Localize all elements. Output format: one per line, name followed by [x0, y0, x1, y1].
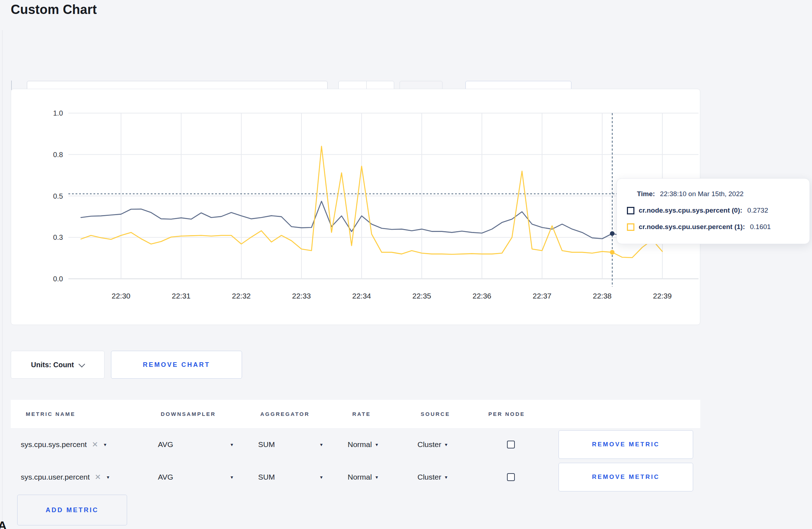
downsampler-select[interactable]: AVG ▾ [158, 473, 233, 481]
clear-metric-icon[interactable]: ✕ [92, 440, 98, 449]
source-select[interactable]: Cluster ▾ [417, 473, 448, 481]
downsampler-value: AVG [158, 440, 173, 449]
x-axis-tick-label: 22:33 [292, 292, 311, 300]
y-axis-tick-label: 0.0 [53, 275, 63, 283]
x-axis-tick-label: 22:32 [232, 292, 251, 300]
y-axis-tick-label: 0.5 [53, 192, 63, 200]
metric-name-value: sys.cpu.user.percent [21, 473, 90, 481]
column-header-source: SOURCE [421, 411, 488, 417]
y-axis-tick-label: 1.0 [53, 109, 63, 117]
x-axis-tick-label: 22:36 [473, 292, 492, 300]
column-header-downsampler: DOWNSAMPLER [161, 411, 260, 417]
chart-card: 1.00.80.50.30.022:3022:3122:3222:3322:34… [11, 89, 700, 325]
aggregator-select[interactable]: SUM ▾ [258, 440, 323, 449]
caret-down-icon: ▾ [445, 442, 448, 447]
tooltip-series-value: 0.1601 [750, 223, 771, 231]
y-axis-tick-label: 0.8 [53, 151, 63, 159]
sidebar-edge-divider [2, 30, 3, 529]
rate-select[interactable]: Normal ▾ [348, 473, 378, 481]
page-title: Custom Chart [11, 2, 97, 17]
metric-name-select[interactable]: sys.cpu.user.percent ✕ ▾ [21, 473, 158, 481]
crosshair-dot-1 [610, 250, 615, 254]
rate-value: Normal [348, 440, 372, 449]
series-line-1 [81, 146, 662, 258]
metric-row: sys.cpu.sys.percent ✕ ▾ AVG ▾ SUM ▾ Norm… [11, 428, 700, 461]
x-axis-tick-label: 22:31 [172, 292, 191, 300]
tooltip-time-value: 22:38:10 on Mar 15th, 2022 [660, 190, 743, 198]
tooltip-series-row: cr.node.sys.cpu.user.percent (1): 0.1601 [627, 219, 809, 235]
units-label: Units: Count [31, 361, 74, 369]
source-value: Cluster [417, 440, 441, 449]
clear-metric-icon[interactable]: ✕ [95, 473, 101, 481]
tooltip-series-label: cr.node.sys.cpu.user.percent (1): [639, 223, 745, 231]
caret-down-icon: ▾ [376, 442, 378, 447]
rate-select[interactable]: Normal ▾ [348, 440, 378, 449]
crosshair-dot-0 [610, 231, 615, 236]
x-axis-tick-label: 22:39 [653, 292, 672, 300]
downsampler-select[interactable]: AVG ▾ [158, 440, 233, 449]
downsampler-value: AVG [158, 473, 173, 481]
tooltip-series-label: cr.node.sys.cpu.sys.percent (0): [639, 207, 742, 214]
column-header-aggregator: AGGREGATOR [260, 411, 352, 417]
metric-row: sys.cpu.user.percent ✕ ▾ AVG ▾ SUM ▾ Nor… [11, 461, 700, 493]
source-value: Cluster [417, 473, 441, 481]
caret-down-icon: ▾ [107, 474, 109, 480]
chart-tooltip: Time: 22:38:10 on Mar 15th, 2022 cr.node… [617, 178, 810, 244]
per-node-checkbox[interactable] [507, 473, 515, 481]
per-node-checkbox[interactable] [507, 441, 515, 448]
caret-down-icon: ▾ [231, 442, 233, 447]
caret-down-icon: ▾ [231, 474, 233, 480]
x-axis-tick-label: 22:35 [412, 292, 431, 300]
remove-metric-button[interactable]: REMOVE METRIC [559, 463, 693, 491]
aggregator-value: SUM [258, 440, 275, 449]
aggregator-select[interactable]: SUM ▾ [258, 473, 323, 481]
column-header-metric-name: METRIC NAME [26, 411, 161, 417]
metric-name-select[interactable]: sys.cpu.sys.percent ✕ ▾ [21, 440, 158, 449]
remove-metric-button[interactable]: REMOVE METRIC [559, 430, 693, 459]
remove-chart-button[interactable]: REMOVE CHART [111, 351, 242, 379]
caret-down-icon: ▾ [320, 442, 323, 447]
column-header-per-node: PER NODE [488, 411, 596, 417]
tooltip-series-row: cr.node.sys.cpu.sys.percent (0): 0.2732 [627, 202, 809, 219]
x-axis-tick-label: 22:34 [352, 292, 371, 300]
column-header-rate: RATE [352, 411, 421, 417]
caret-down-icon: ▾ [376, 474, 378, 480]
x-axis-tick-label: 22:37 [533, 292, 552, 300]
caret-down-icon: ▾ [104, 442, 106, 447]
rate-value: Normal [348, 473, 372, 481]
y-axis-tick-label: 0.3 [53, 233, 63, 241]
x-axis-tick-label: 22:30 [112, 292, 131, 300]
metric-name-value: sys.cpu.sys.percent [21, 440, 87, 449]
caret-down-icon: ▾ [445, 474, 448, 480]
metrics-table-header: METRIC NAME DOWNSAMPLER AGGREGATOR RATE … [11, 400, 700, 428]
chevron-down-icon [79, 361, 85, 367]
series-swatch-icon [627, 223, 634, 231]
source-select[interactable]: Cluster ▾ [417, 440, 448, 449]
add-metric-button[interactable]: ADD METRIC [17, 495, 127, 525]
units-dropdown[interactable]: Units: Count [11, 351, 105, 379]
tooltip-series-value: 0.2732 [747, 207, 768, 214]
series-swatch-icon [627, 207, 634, 214]
metrics-chart[interactable]: 1.00.80.50.30.022:3022:3122:3222:3322:34… [11, 89, 700, 325]
tooltip-time-label: Time: [637, 190, 655, 198]
aggregator-value: SUM [258, 473, 275, 481]
x-axis-tick-label: 22:38 [593, 292, 612, 300]
clipped-background-text: A [0, 519, 7, 529]
tooltip-time-row: Time: 22:38:10 on Mar 15th, 2022 [637, 186, 809, 202]
caret-down-icon: ▾ [320, 474, 323, 480]
